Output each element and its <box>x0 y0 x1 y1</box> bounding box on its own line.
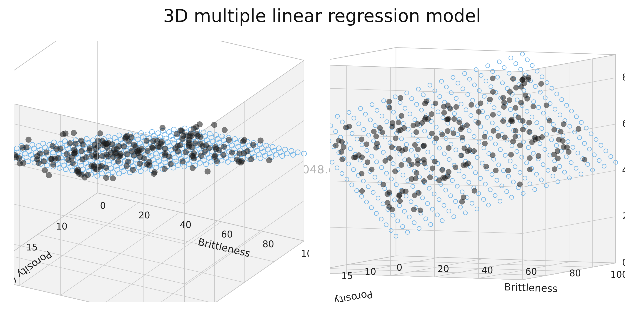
svg-point-504 <box>70 160 76 166</box>
svg-point-1265 <box>507 97 512 103</box>
svg-point-546 <box>168 161 174 167</box>
svg-point-1107 <box>359 188 364 194</box>
svg-text:40: 40 <box>180 220 192 230</box>
svg-point-559 <box>78 138 84 144</box>
svg-point-1177 <box>500 95 506 100</box>
svg-point-1114 <box>338 149 344 154</box>
svg-point-618 <box>26 137 32 143</box>
svg-point-1062 <box>514 62 518 66</box>
svg-point-1205 <box>510 139 516 144</box>
svg-point-535 <box>131 142 137 148</box>
svg-text:15: 15 <box>26 242 38 252</box>
svg-point-518 <box>54 146 60 152</box>
svg-point-489 <box>180 158 186 164</box>
svg-point-578 <box>76 171 82 176</box>
svg-point-506 <box>250 142 256 148</box>
svg-point-1254 <box>413 176 418 181</box>
svg-point-544 <box>241 150 247 156</box>
svg-text:0: 0 <box>396 262 402 273</box>
svg-point-1274 <box>518 100 524 106</box>
svg-point-446 <box>42 167 48 173</box>
svg-point-1148 <box>490 112 496 118</box>
svg-point-1119 <box>520 118 525 124</box>
svg-point-1247 <box>458 126 464 132</box>
svg-point-1063 <box>525 58 530 62</box>
svg-point-620 <box>125 159 131 164</box>
svg-point-571 <box>190 165 196 171</box>
svg-point-1083 <box>520 52 524 56</box>
svg-point-1096 <box>518 143 523 148</box>
svg-point-1118 <box>513 85 519 90</box>
svg-point-1190 <box>510 76 516 82</box>
svg-point-612 <box>180 133 186 139</box>
svg-text:20: 20 <box>438 264 449 274</box>
svg-point-1097 <box>582 157 588 162</box>
svg-point-1257 <box>396 193 402 199</box>
svg-point-1165 <box>441 104 446 110</box>
svg-point-1233 <box>513 105 518 111</box>
svg-point-1271 <box>347 124 352 129</box>
svg-point-555 <box>95 144 101 149</box>
svg-point-536 <box>204 168 210 174</box>
svg-point-1158 <box>399 113 404 119</box>
svg-point-508 <box>20 160 26 166</box>
svg-point-595 <box>137 161 143 167</box>
svg-point-1089 <box>364 142 370 147</box>
svg-point-1117 <box>429 111 434 117</box>
svg-point-1098 <box>530 104 536 109</box>
svg-point-1214 <box>490 152 495 158</box>
svg-point-486 <box>72 141 78 146</box>
svg-point-553 <box>242 137 247 143</box>
svg-point-1194 <box>390 207 395 212</box>
svg-point-1272 <box>555 156 560 161</box>
svg-point-617 <box>95 138 101 144</box>
svg-point-1108 <box>432 159 438 164</box>
svg-point-543 <box>97 130 103 136</box>
svg-point-1213 <box>410 123 416 128</box>
svg-point-457 <box>144 148 150 154</box>
svg-point-1204 <box>414 170 420 176</box>
svg-point-1227 <box>385 191 390 197</box>
svg-point-1142 <box>493 168 498 173</box>
svg-point-1197 <box>560 138 566 144</box>
svg-point-1279 <box>440 132 445 137</box>
svg-point-463 <box>103 175 109 181</box>
svg-point-1160 <box>522 92 528 98</box>
svg-point-1250 <box>454 104 459 110</box>
svg-point-1237 <box>529 140 535 145</box>
svg-point-615 <box>93 151 99 156</box>
svg-point-1207 <box>421 143 427 148</box>
svg-point-1281 <box>365 160 370 165</box>
svg-point-1178 <box>456 120 462 125</box>
svg-point-1188 <box>451 130 456 136</box>
svg-point-1099 <box>359 171 364 176</box>
svg-point-470 <box>200 143 206 149</box>
svg-point-603 <box>62 131 68 136</box>
svg-text:60: 60 <box>221 229 233 240</box>
svg-point-450 <box>144 138 150 144</box>
svg-point-1154 <box>547 118 552 124</box>
svg-point-604 <box>85 172 91 178</box>
svg-text:15: 15 <box>341 271 353 281</box>
svg-point-1146 <box>382 158 388 164</box>
svg-line-1285 <box>330 48 396 64</box>
svg-text:Porosity (%): Porosity (%) <box>330 288 374 302</box>
svg-point-1280 <box>409 162 415 167</box>
svg-point-1224 <box>505 168 511 173</box>
svg-point-1248 <box>453 164 458 170</box>
svg-point-1172 <box>512 134 518 139</box>
svg-point-561 <box>175 149 181 154</box>
svg-point-1270 <box>424 99 429 104</box>
svg-point-1267 <box>359 136 364 142</box>
svg-point-1211 <box>526 129 532 134</box>
svg-text:4000: 4000 <box>622 165 625 175</box>
svg-point-1081 <box>497 60 501 64</box>
svg-point-1186 <box>491 128 496 134</box>
svg-point-1129 <box>333 143 338 148</box>
svg-point-1100 <box>516 114 521 120</box>
svg-point-1239 <box>433 101 438 106</box>
svg-text:100: 100 <box>610 269 625 280</box>
svg-text:40: 40 <box>482 265 493 276</box>
svg-point-1139 <box>396 120 401 125</box>
svg-point-627 <box>91 164 97 170</box>
